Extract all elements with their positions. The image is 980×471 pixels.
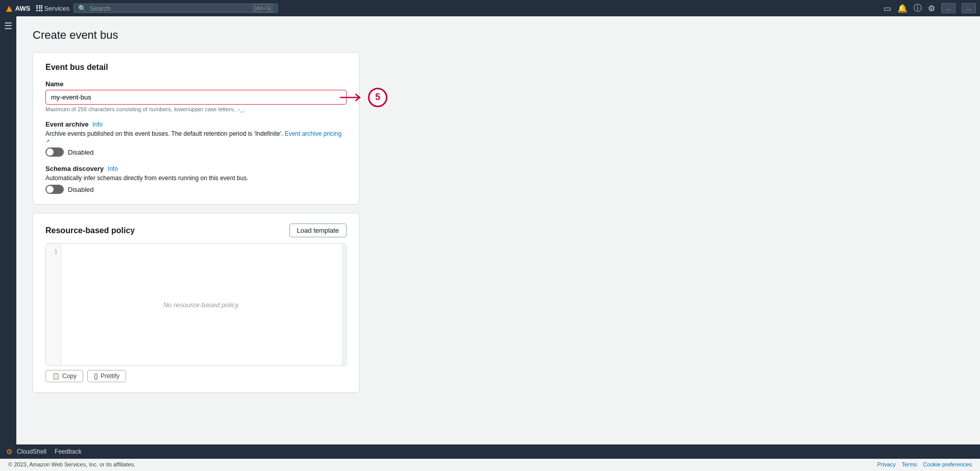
region-selector[interactable]: ... bbox=[962, 3, 976, 13]
event-archive-toggle[interactable] bbox=[45, 147, 64, 157]
search-shortcut: [Alt+S] bbox=[253, 4, 274, 12]
toggle-slider bbox=[45, 147, 64, 157]
footer-copyright: © 2023, Amazon Web Services, Inc. or its… bbox=[8, 461, 135, 467]
top-navigation: ▲ AWS Services 🔍 [Alt+S] ▭ 🔔 ⓘ ⚙ ... ... bbox=[0, 0, 980, 16]
page-title: Create event bus bbox=[33, 29, 964, 42]
page-footer: © 2023, Amazon Web Services, Inc. or its… bbox=[0, 457, 980, 471]
policy-editor: 1 No resource-based policy. bbox=[45, 243, 347, 366]
prettify-icon: {} bbox=[94, 373, 98, 380]
step5-annotation: 5 bbox=[339, 88, 387, 107]
policy-editor-content: No resource-based policy. bbox=[61, 244, 342, 365]
search-input[interactable] bbox=[89, 5, 249, 12]
cookie-preferences-link[interactable]: Cookie preferences bbox=[923, 461, 972, 467]
feedback-icon-button[interactable]: ▭ bbox=[884, 4, 891, 13]
line-number-1: 1 bbox=[49, 248, 58, 255]
services-menu-button[interactable]: Services bbox=[36, 5, 69, 12]
event-bus-detail-card: Event bus detail Name 5 Maximum of 256 c… bbox=[33, 52, 359, 205]
schema-discovery-disabled-label: Disabled bbox=[68, 186, 94, 193]
schema-discovery-desc: Automatically infer schemas directly fro… bbox=[45, 175, 347, 182]
feedback-button[interactable]: Feedback bbox=[55, 448, 82, 455]
schema-discovery-toggle-row: Disabled bbox=[45, 185, 347, 194]
bottom-spacer bbox=[33, 401, 964, 442]
event-archive-pricing-link[interactable]: Event archive pricing bbox=[285, 130, 341, 137]
event-bus-detail-title: Event bus detail bbox=[45, 63, 347, 72]
name-hint: Maximum of 256 characters consisting of … bbox=[45, 106, 347, 112]
event-archive-toggle-row: Disabled bbox=[45, 147, 347, 157]
aws-text: AWS bbox=[15, 5, 31, 12]
policy-card-header: Resource-based policy Load template bbox=[45, 224, 347, 237]
footer-links: Privacy Terms Cookie preferences bbox=[877, 461, 972, 467]
sidebar-toggle-button[interactable]: ☰ bbox=[4, 20, 12, 32]
notifications-button[interactable]: 🔔 bbox=[897, 4, 908, 13]
cloudshell-label: CloudShell bbox=[17, 448, 46, 455]
terms-link[interactable]: Terms bbox=[902, 461, 917, 467]
prettify-button[interactable]: {} Prettify bbox=[87, 370, 126, 382]
load-template-button[interactable]: Load template bbox=[289, 224, 347, 237]
help-button[interactable]: ⓘ bbox=[914, 3, 922, 14]
schema-discovery-section: Schema discovery Info Automatically infe… bbox=[45, 165, 347, 194]
copy-button[interactable]: 📋 Copy bbox=[45, 370, 83, 382]
policy-empty-message: No resource-based policy. bbox=[163, 301, 240, 309]
event-bus-name-input[interactable] bbox=[45, 90, 347, 105]
privacy-link[interactable]: Privacy bbox=[877, 461, 896, 467]
schema-discovery-header: Schema discovery Info bbox=[45, 165, 347, 172]
global-search[interactable]: 🔍 [Alt+S] bbox=[74, 4, 278, 13]
event-archive-header: Event archive Info bbox=[45, 120, 347, 128]
resource-policy-title: Resource-based policy bbox=[45, 226, 135, 235]
schema-discovery-info-link[interactable]: Info bbox=[108, 165, 118, 172]
main-content: Create event bus Event bus detail Name 5… bbox=[16, 16, 980, 471]
event-archive-disabled-label: Disabled bbox=[68, 148, 94, 156]
toggle-slider-2 bbox=[45, 185, 64, 194]
sidebar: ☰ bbox=[0, 16, 16, 471]
user-menu-button[interactable]: ... bbox=[941, 3, 955, 13]
search-icon: 🔍 bbox=[78, 5, 86, 12]
copy-icon: 📋 bbox=[52, 373, 60, 380]
event-archive-section: Event archive Info Archive events publis… bbox=[45, 120, 347, 157]
ext-link-icon: ↗ bbox=[45, 138, 50, 144]
settings-button[interactable]: ⚙ bbox=[928, 4, 935, 13]
policy-action-buttons: 📋 Copy {} Prettify bbox=[45, 370, 347, 382]
nav-right-actions: ▭ 🔔 ⓘ ⚙ ... ... bbox=[884, 3, 976, 14]
event-archive-desc: Archive events published on this event b… bbox=[45, 130, 347, 144]
cloudshell-icon: ⚙ bbox=[6, 448, 13, 456]
cloudshell-bar: ⚙ CloudShell Feedback bbox=[0, 444, 980, 459]
step5-badge: 5 bbox=[368, 88, 387, 107]
event-archive-info-link[interactable]: Info bbox=[92, 121, 103, 128]
name-input-wrapper: 5 bbox=[45, 90, 347, 105]
grid-icon bbox=[36, 5, 42, 11]
aws-logo[interactable]: ▲ AWS bbox=[4, 3, 30, 14]
resource-policy-card: Resource-based policy Load template 1 No… bbox=[33, 213, 359, 393]
name-label: Name bbox=[45, 80, 347, 88]
policy-scrollbar[interactable] bbox=[342, 244, 346, 365]
schema-discovery-toggle[interactable] bbox=[45, 185, 64, 194]
line-numbers: 1 bbox=[46, 244, 61, 365]
name-form-group: Name 5 Maximum of 256 characters consist… bbox=[45, 80, 347, 112]
